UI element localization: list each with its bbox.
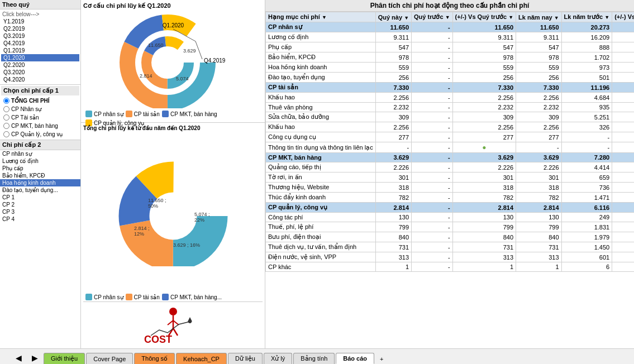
cell-9-5: ▼ (612, 112, 634, 122)
row-label: CP khác (266, 262, 376, 272)
radio-item-2[interactable]: CP Tài sản (1, 113, 79, 122)
cell-12-2: ● (452, 142, 516, 153)
cell-22-0: 731 (375, 242, 411, 252)
cell-10-2: 2.256 (452, 122, 516, 132)
cell-1-1: - (412, 32, 453, 42)
col-header-vsquy[interactable]: (+/-) Vs Quý trước ▼ (452, 12, 516, 22)
tab-bar: ◀ ▶ Giới thiệuCover PageThông sốKehoach_… (0, 348, 634, 364)
cell-22-3: 731 (516, 242, 562, 252)
radio-item-4[interactable]: CP Quản lý, công vụ (1, 130, 79, 138)
cap2-item[interactable]: Bảo hiểm, KPCĐ (0, 172, 80, 179)
radio-item-3[interactable]: CP MKT, bán hàng (1, 122, 79, 130)
col-header-lknamtruc[interactable]: Lk năm trước ▼ (561, 12, 612, 22)
row-label: Thuê văn phòng (266, 103, 376, 112)
col-header-label[interactable]: Hạng mục chi phí ▼ (266, 12, 376, 22)
tab-th-ng-s-[interactable]: Thông số (134, 353, 175, 364)
table-row: Thuế, phí, lệ phí799-7997991.831▼1.032 (266, 222, 635, 232)
quarter-item[interactable]: Q1.2019 (1, 47, 79, 54)
tab-b-o-c-o[interactable]: Báo cáo (336, 353, 374, 364)
col-header-vslknam[interactable]: (+/-) Vs Lkê năm trước ▼ (612, 12, 634, 22)
cell-7-4: 4.684 (561, 93, 612, 103)
svg-line-30 (168, 320, 173, 325)
col-header-quytruco[interactable]: Quý trước ▼ (412, 12, 453, 22)
svg-text:5.074 ;: 5.074 ; (194, 212, 210, 217)
tab-b-ng-t-nh[interactable]: Bảng tính (293, 353, 335, 364)
quarter-item[interactable]: Q1.2020 (1, 54, 79, 61)
cell-10-1: - (412, 122, 453, 132)
quarter-item[interactable]: Q3.2020 (1, 69, 79, 76)
tab-d--li-u[interactable]: Dữ liệu (228, 353, 263, 364)
add-tab-button[interactable]: + (375, 354, 388, 364)
cell-19-5: ▼ (612, 213, 634, 222)
radio-input-1[interactable] (3, 106, 9, 112)
cell-11-1: - (412, 132, 453, 142)
radio-label-3: CP MKT, bán hàng (11, 123, 58, 129)
quarter-item[interactable]: Q2.2020 (1, 61, 79, 69)
cell-2-3: 547 (516, 42, 562, 52)
table-header-row: Hạng mục chi phí ▼ Quý này ▼ Quý trước ▼… (266, 12, 635, 22)
radio-input-2[interactable] (3, 114, 9, 121)
quarter-item[interactable]: Y1.2019 (1, 18, 79, 25)
cap2-item[interactable]: CP nhân sự (0, 150, 80, 157)
tab-gi-i-thi-u[interactable]: Giới thiệu (44, 353, 85, 364)
col-header-lknamnay[interactable]: Lk năm nay ▼ (516, 12, 562, 22)
cell-4-0: 559 (375, 63, 411, 73)
cell-23-3: 313 (516, 252, 562, 262)
cell-19-3: 130 (516, 213, 562, 222)
cell-21-0: 840 (375, 232, 411, 242)
cell-3-3: 978 (516, 52, 562, 63)
cost-table: Hạng mục chi phí ▼ Quý này ▼ Quý trước ▼… (265, 12, 634, 272)
radio-item-0[interactable]: TỔNG CHI PHÍ (1, 97, 79, 105)
radio-input-3[interactable] (3, 123, 9, 129)
cell-22-2: 731 (452, 242, 516, 252)
row-label: Quảng cáo, tiếp thị (266, 162, 376, 173)
tab-cover-page[interactable]: Cover Page (86, 353, 133, 364)
cell-6-4: 11.196 (561, 83, 612, 93)
cap2-item[interactable]: CP 1 (0, 194, 80, 201)
cell-10-3: 2.256 (516, 122, 562, 132)
row-label: Phụ cấp (266, 42, 376, 52)
cell-20-4: 1.831 (561, 222, 612, 232)
tab-x--l-[interactable]: Xử lý (264, 353, 292, 364)
row-label: Hoa hồng kinh doanh (266, 63, 376, 73)
cell-9-3: 309 (516, 112, 562, 122)
tab-kehoach-cp[interactable]: Kehoach_CP (176, 353, 227, 364)
quarter-item[interactable]: Q2.2019 (1, 25, 79, 32)
table-row: Phụ cấp547-547547888▼341 (266, 42, 635, 52)
radio-container: TỔNG CHI PHÍCP Nhân sựCP Tài sảnCP MKT, … (1, 97, 79, 138)
cap2-item[interactable]: Hoa hồng kinh doanh (0, 179, 80, 186)
radio-item-1[interactable]: CP Nhân sự (1, 105, 79, 113)
svg-text:22%: 22% (194, 217, 204, 223)
cell-14-1: - (412, 162, 453, 173)
tab-nav-right[interactable]: ▶ (27, 352, 42, 364)
radio-input-4[interactable] (3, 131, 9, 137)
row-label: CP tài sản (266, 83, 376, 93)
cap2-item[interactable]: Lương cố định (0, 157, 80, 165)
radio-input-0[interactable] (3, 98, 9, 104)
tab-nav-left[interactable]: ◀ (11, 352, 26, 364)
cell-3-1: - (412, 52, 453, 63)
cell-10-5: ▼ (612, 122, 634, 132)
quarter-item[interactable]: Q4.2020 (1, 76, 79, 83)
row-label: Công tác phí (266, 213, 376, 222)
bottom-donut-svg: 11.650 ; 50% 5.074 ; 22% 3.629 ; 16% 2.8… (112, 160, 235, 266)
col-header-quynay[interactable]: Quý này ▼ (375, 12, 411, 22)
table-row: Thuê văn phòng2.232-2.2322.232935▼1.297 (266, 103, 635, 112)
cap2-item[interactable]: Phụ cấp (0, 165, 80, 172)
cap2-item[interactable]: CP 4 (0, 215, 80, 223)
table-row: Bảo hiểm, KPCĐ978-9789781.702▼724 (266, 52, 635, 63)
row-label: Thông tin tín dụng và thông tin liên lạc (266, 142, 376, 153)
quarter-item[interactable]: Q4.2019 (1, 40, 79, 47)
cell-3-2: 978 (452, 52, 516, 63)
cell-14-5: ▼ (612, 162, 634, 173)
quarter-item[interactable]: Q3.2019 (1, 32, 79, 40)
cap2-item[interactable]: CP 3 (0, 208, 80, 215)
table-row: Hoa hồng kinh doanh559-559559973▼414 (266, 63, 635, 73)
cap2-item[interactable]: CP 2 (0, 201, 80, 208)
table-row: Khấu hao2.256-2.2562.2564.684▼2.428 (266, 93, 635, 103)
cell-14-0: 2.226 (375, 162, 411, 173)
cell-16-2: 318 (452, 183, 516, 193)
cap2-item[interactable]: Đào tạo, tuyển dụng... (0, 186, 80, 194)
cap2-list: CP nhân sựLương cố địnhPhụ cấpBảo hiểm, … (0, 150, 80, 348)
main-container: Theo quý Click below---> Y1.2019Q2.2019Q… (0, 0, 634, 364)
